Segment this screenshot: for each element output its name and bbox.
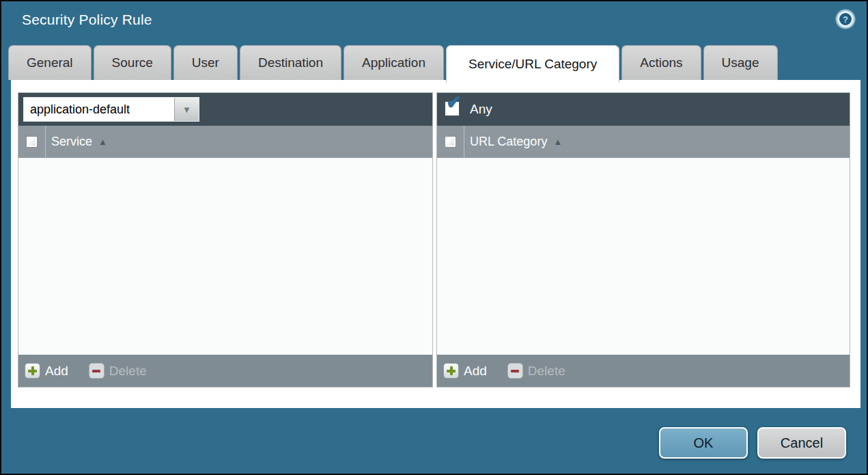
column-header-url-category-label: URL Category: [470, 135, 547, 149]
plus-icon: [25, 363, 40, 379]
dialog-title: Security Policy Rule: [22, 12, 152, 28]
help-icon: ?: [838, 12, 853, 27]
tab-general[interactable]: General: [8, 45, 92, 80]
header-separator: [464, 126, 464, 158]
column-header-url-category[interactable]: URL Category ▲: [470, 135, 562, 149]
tab-usage[interactable]: Usage: [703, 45, 778, 80]
service-type-combobox: ▼: [23, 97, 199, 122]
dialog-content: ▼ Service ▲ Add: [11, 80, 860, 408]
url-category-footer: Add Delete: [437, 355, 850, 387]
add-button-label: Add: [45, 364, 68, 379]
tab-service-url-category[interactable]: Service/URL Category: [446, 45, 619, 83]
checkmark-icon: ✔: [446, 93, 462, 112]
column-header-service-label: Service: [51, 135, 92, 149]
service-add-button[interactable]: Add: [25, 363, 68, 379]
url-category-panel: ✔ Any URL Category ▲ Add: [436, 92, 850, 388]
url-category-list-body: [437, 158, 850, 355]
url-category-column-header-row: URL Category ▲: [437, 126, 850, 158]
service-select-all-checkbox[interactable]: [26, 136, 38, 148]
column-header-service[interactable]: Service ▲: [51, 135, 107, 149]
tab-actions[interactable]: Actions: [621, 45, 701, 80]
tab-source[interactable]: Source: [94, 45, 171, 80]
delete-button-label: Delete: [109, 364, 147, 379]
service-type-input[interactable]: [24, 98, 174, 121]
tab-destination[interactable]: Destination: [240, 45, 341, 80]
minus-icon: [507, 363, 523, 379]
tab-bar: GeneralSourceUserDestinationApplicationS…: [8, 45, 860, 83]
service-delete-button[interactable]: Delete: [89, 363, 147, 379]
cancel-button[interactable]: Cancel: [757, 427, 846, 459]
service-panel: ▼ Service ▲ Add: [18, 92, 433, 388]
url-category-add-button[interactable]: Add: [443, 363, 487, 379]
chevron-down-icon[interactable]: ▼: [174, 98, 199, 121]
sort-asc-icon: ▲: [98, 137, 107, 147]
header-separator: [45, 126, 46, 158]
delete-button-label: Delete: [528, 364, 565, 379]
plus-icon: [443, 363, 459, 379]
ok-button[interactable]: OK: [659, 427, 748, 459]
service-column-header-row: Service ▲: [18, 126, 432, 158]
tab-user[interactable]: User: [173, 45, 238, 80]
tab-application[interactable]: Application: [344, 45, 444, 80]
help-button[interactable]: ?: [835, 9, 856, 29]
sort-asc-icon: ▲: [553, 137, 562, 147]
url-category-toolbar: ✔ Any: [437, 93, 850, 126]
any-checkbox-label: Any: [470, 93, 492, 126]
service-list-body: [18, 158, 432, 355]
security-policy-rule-dialog: Security Policy Rule ? GeneralSourceUser…: [0, 0, 868, 475]
url-category-select-all-checkbox[interactable]: [445, 136, 456, 148]
service-toolbar: ▼: [18, 93, 432, 126]
service-footer: Add Delete: [18, 355, 432, 387]
url-category-delete-button[interactable]: Delete: [507, 363, 565, 379]
minus-icon: [89, 363, 104, 379]
any-checkbox[interactable]: ✔: [445, 101, 460, 116]
add-button-label: Add: [464, 364, 487, 379]
